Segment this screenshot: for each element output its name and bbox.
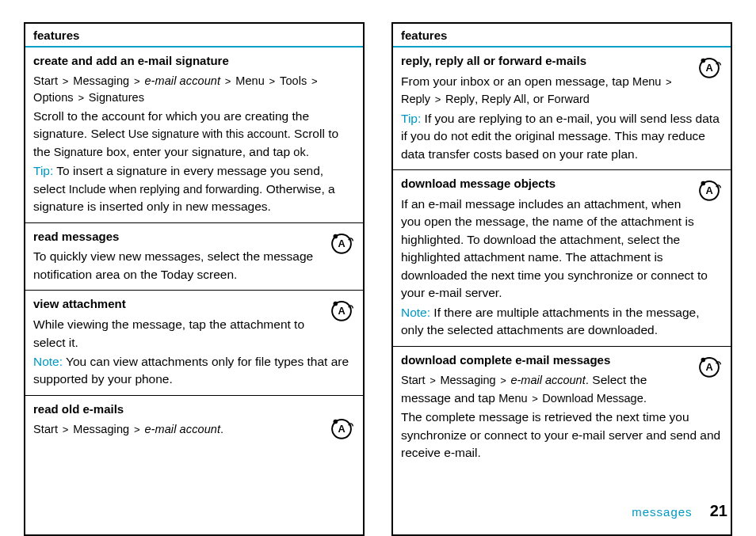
section-title: read messages — [33, 228, 355, 245]
section-title: download complete e-mail messages — [401, 352, 723, 369]
section-title: read old e-mails — [33, 401, 355, 418]
network-icon — [696, 353, 723, 385]
header-label: features — [401, 29, 447, 42]
body-text: While viewing the message, tap the attac… — [33, 316, 355, 352]
body-text: If an e-mail message includes an attachm… — [401, 196, 723, 302]
section-title: view attachment — [33, 295, 355, 313]
section-reply-forward: reply, reply all or forward e-mails From… — [393, 48, 731, 170]
section-title: download message objects — [401, 175, 723, 192]
body-text-2: The complete message is retrieved the ne… — [401, 409, 723, 462]
right-column: features reply, reply all or forward e-m… — [391, 22, 732, 536]
footer-page: 21 — [710, 502, 727, 519]
header-label: features — [33, 29, 79, 42]
body-text: Scroll to the account for which you are … — [33, 108, 355, 161]
network-icon — [328, 230, 355, 261]
section-create-signature: create and add an e-mail signature Start… — [25, 48, 363, 223]
note-text: Note: You can view attachments only for … — [33, 353, 355, 389]
network-icon — [696, 54, 723, 86]
section-title: create and add an e-mail signature — [33, 52, 355, 70]
section-title: reply, reply all or forward e-mails — [401, 52, 723, 70]
right-header: features — [393, 24, 731, 48]
page-footer: messages 21 — [632, 502, 727, 520]
section-view-attachment: view attachment While viewing the messag… — [25, 291, 363, 396]
tip-text: Tip: To insert a signature in every mess… — [33, 162, 355, 215]
tip-label: Tip: — [33, 164, 53, 177]
footer-section: messages — [632, 505, 692, 519]
network-icon — [696, 177, 723, 208]
network-icon — [328, 415, 355, 447]
body-text: From your inbox or an open message, tap … — [401, 73, 723, 108]
note-label: Note: — [33, 355, 63, 368]
left-column: features create and add an e-mail signat… — [24, 22, 365, 536]
section-read-old-emails: read old e-mails Start > Messaging > e-m… — [25, 396, 363, 453]
tip-text: Tip: If you are replying to an e-mail, y… — [401, 110, 723, 163]
section-read-messages: read messages To quickly view new messag… — [25, 223, 363, 291]
section-download-objects: download message objects If an e-mail me… — [393, 170, 731, 347]
body-text: Start > Messaging > e-mail account. Sele… — [401, 371, 723, 407]
nav-path: Start > Messaging > e-mail account. — [33, 421, 355, 438]
note-label: Note: — [401, 306, 430, 319]
left-header: features — [25, 24, 363, 48]
tip-label: Tip: — [401, 112, 421, 125]
section-download-complete: download complete e-mail messages Start … — [393, 347, 731, 469]
note-text: Note: If there are multiple attachments … — [401, 304, 723, 340]
network-icon — [328, 297, 355, 329]
body-text: To quickly view new messages, select the… — [33, 248, 355, 283]
nav-path: Start > Messaging > e-mail account > Men… — [33, 73, 355, 106]
